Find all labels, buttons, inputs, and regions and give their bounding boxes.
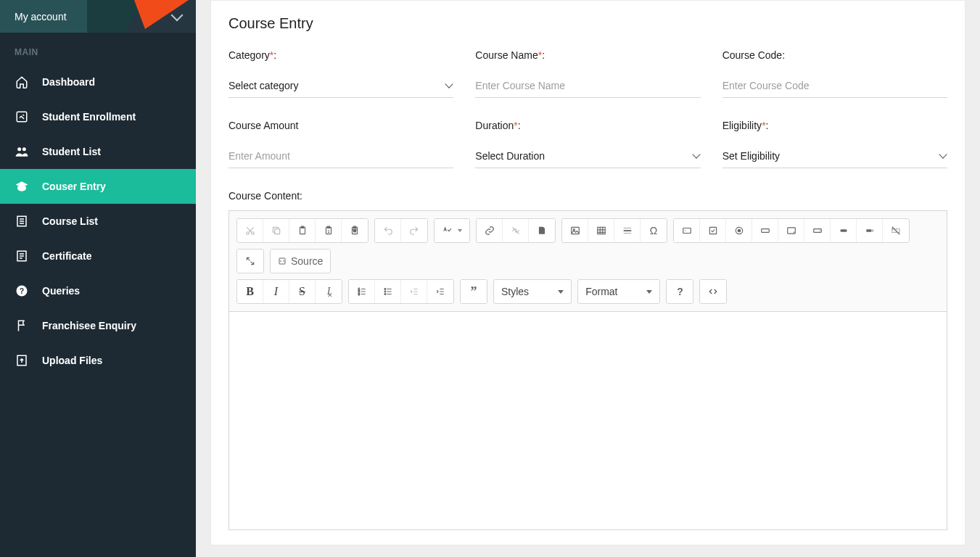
sidebar-item-label: Course List [42,215,98,227]
svg-point-38 [384,294,386,295]
svg-text:W: W [353,229,357,233]
anchor-button[interactable] [529,219,555,242]
eligibility-select[interactable]: Set Eligibility [722,144,947,168]
svg-point-8 [246,232,249,235]
upload-icon [15,353,29,368]
special-char-button[interactable]: Ω [641,219,667,242]
hr-button[interactable] [614,219,641,242]
sidebar-item-student-list[interactable]: Student List [0,134,196,169]
svg-rect-28 [840,229,847,232]
svg-rect-25 [761,229,769,233]
select-button[interactable] [804,219,831,242]
textfield-button[interactable] [752,219,778,242]
svg-point-36 [384,289,386,290]
undo-button[interactable] [375,219,401,242]
doc-icon [15,249,29,263]
course-amount-input[interactable] [228,144,453,168]
my-account-trigger[interactable]: My account [0,0,196,33]
button-button[interactable] [831,219,857,242]
sidebar-item-label: Certificate [42,250,91,262]
maximize-button[interactable] [237,249,263,273]
checkbox-button[interactable] [700,219,726,242]
format-select[interactable]: Format [577,279,660,304]
unlink-button[interactable] [503,219,529,242]
svg-text:3: 3 [358,292,360,296]
spellcheck-button[interactable] [435,219,469,242]
course-amount-label: Course Amount [228,120,453,131]
italic-button[interactable]: I [263,280,289,303]
svg-rect-10 [274,229,279,234]
users-icon [15,144,29,159]
svg-point-9 [251,232,254,235]
svg-point-2 [22,147,26,151]
paste-text-button[interactable] [316,219,342,242]
bulleted-list-button[interactable] [375,280,401,303]
sidebar-item-label: Student List [42,146,101,157]
course-code-input[interactable] [722,74,947,98]
chevron-down-icon [171,9,184,21]
sidebar-section-label: MAIN [0,33,196,65]
svg-rect-21 [683,228,691,234]
help-icon: ? [15,284,29,298]
paste-word-button[interactable]: W [342,219,368,242]
graduation-icon [15,179,29,194]
sidebar-item-queries[interactable]: ? Queries [0,273,196,308]
page-title: Course Entry [228,15,947,32]
hidden-field-button[interactable] [883,219,909,242]
sidebar: My account MAIN Dashboard Student Enroll… [0,0,196,557]
indent-button[interactable] [427,280,453,303]
about-button[interactable]: ? [667,280,693,303]
sidebar-item-dashboard[interactable]: Dashboard [0,65,196,99]
sidebar-item-label: Upload Files [42,355,102,366]
form-panel: Course Entry Category*: Select category … [210,0,965,545]
svg-rect-29 [866,229,871,232]
paste-button[interactable] [289,219,316,242]
bold-button[interactable]: B [237,280,263,303]
rich-text-editor: W [228,210,947,530]
blockquote-button[interactable]: ” [461,280,487,303]
link-button[interactable] [477,219,503,242]
course-content-label: Course Content: [228,190,947,202]
svg-point-37 [384,291,386,292]
svg-point-1 [17,147,21,151]
outdent-button[interactable] [401,280,427,303]
table-button[interactable] [588,219,614,242]
main-content: Course Entry Category*: Select category … [196,0,980,557]
image-button[interactable] [562,219,588,242]
list-icon [15,214,29,228]
sidebar-item-label: Student Enrollment [42,111,136,123]
source-button[interactable]: Source [271,249,330,273]
sidebar-item-course-list[interactable]: Course List [0,204,196,239]
svg-rect-18 [571,227,579,234]
my-account-label: My account [15,11,67,22]
sidebar-item-label: Franchisee Enquiry [42,320,136,331]
sidebar-item-label: Dashboard [42,76,95,88]
remove-format-button[interactable]: I✕ [316,280,342,303]
styles-select[interactable]: Styles [493,279,572,304]
imagebutton-button[interactable] [857,219,883,242]
code-button[interactable] [700,280,726,303]
edit-icon [15,110,29,124]
sidebar-item-franchisee-enquiry[interactable]: Franchisee Enquiry [0,308,196,343]
copy-button[interactable] [263,219,289,242]
numbered-list-button[interactable]: 123 [349,280,375,303]
textarea-button[interactable] [778,219,804,242]
duration-label: Duration*: [475,120,700,131]
sidebar-item-certificate[interactable]: Certificate [0,239,196,273]
duration-select[interactable]: Select Duration [475,144,700,168]
form-button[interactable] [674,219,700,242]
radio-button[interactable] [726,219,752,242]
sidebar-item-course-entry[interactable]: Couser Entry [0,169,196,204]
course-name-input[interactable] [475,74,700,98]
category-label: Category*: [228,49,453,61]
sidebar-item-student-enrollment[interactable]: Student Enrollment [0,99,196,134]
cut-button[interactable] [237,219,263,242]
editor-body[interactable] [229,312,947,529]
course-name-label: Course Name*: [475,49,700,61]
strike-button[interactable]: S [289,280,316,303]
redo-button[interactable] [401,219,427,242]
svg-point-30 [871,230,873,231]
category-select[interactable]: Select category [228,74,453,98]
sidebar-item-upload-files[interactable]: Upload Files [0,343,196,378]
svg-text:?: ? [20,286,24,295]
